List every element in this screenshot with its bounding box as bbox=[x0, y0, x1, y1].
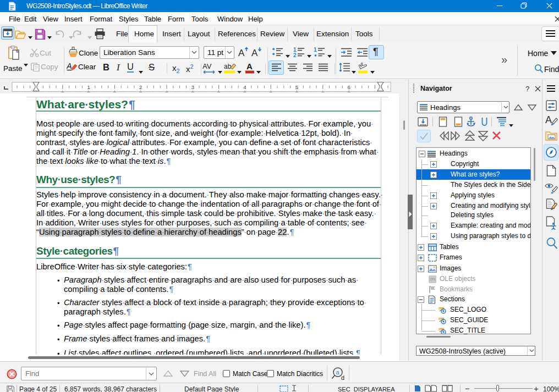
svg-text:A: A bbox=[545, 114, 552, 125]
svg-text:2: 2 bbox=[293, 52, 297, 58]
svg-text:6: 6 bbox=[347, 84, 350, 90]
svg-text:A: A bbox=[238, 48, 245, 58]
svg-text:2: 2 bbox=[139, 84, 142, 90]
svg-text:AV: AV bbox=[202, 62, 212, 70]
svg-text:d: d bbox=[341, 374, 344, 381]
svg-text:a: a bbox=[336, 369, 340, 376]
svg-text:ab: ab bbox=[224, 63, 232, 70]
svg-text:A: A bbox=[246, 62, 253, 71]
svg-text:A: A bbox=[67, 62, 72, 70]
svg-text:4: 4 bbox=[243, 84, 246, 90]
svg-text:1: 1 bbox=[314, 47, 317, 53]
svg-text:OLE: OLE bbox=[430, 278, 435, 281]
svg-text:5: 5 bbox=[295, 84, 298, 90]
svg-text:A: A bbox=[251, 48, 258, 58]
svg-text:3: 3 bbox=[191, 84, 194, 90]
svg-text:1: 1 bbox=[87, 84, 90, 90]
